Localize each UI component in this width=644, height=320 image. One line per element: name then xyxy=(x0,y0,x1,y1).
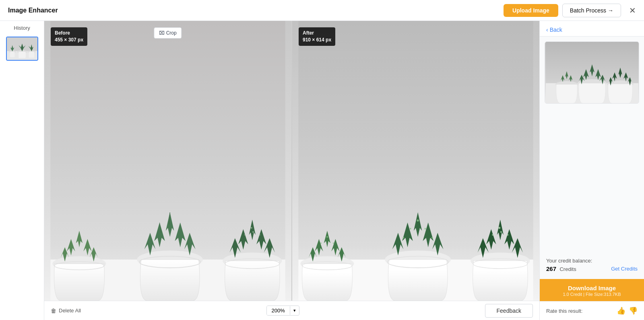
compare-area: Before 455 × 307 px ⌧ Crop xyxy=(44,21,539,301)
after-dimensions: 910 × 614 px xyxy=(303,37,331,43)
credit-number: 267 xyxy=(546,265,556,272)
before-label-badge: Before 455 × 307 px xyxy=(51,27,87,46)
credit-unit: Credits xyxy=(559,266,576,272)
feedback-button[interactable]: Feedback xyxy=(485,304,533,318)
credit-section: Your credit balance: 267 Credits Get Cre… xyxy=(540,253,644,279)
svg-point-78 xyxy=(512,242,513,244)
svg-point-75 xyxy=(492,234,493,236)
after-label-badge: After 910 × 614 px xyxy=(299,27,335,46)
svg-point-51 xyxy=(326,236,328,238)
download-sub-label: 1.0 Credit | File Size:313.7KB xyxy=(540,292,644,297)
close-button[interactable]: ✕ xyxy=(629,6,636,15)
rate-section: Rate this result: 👍 👎 xyxy=(540,301,644,320)
svg-rect-11 xyxy=(29,52,34,58)
svg-point-38 xyxy=(251,227,252,229)
right-image-inner xyxy=(545,42,639,103)
back-label: Back xyxy=(550,27,562,33)
history-thumbnail[interactable] xyxy=(6,37,38,61)
delete-all-button[interactable]: 🗑 Delete All xyxy=(51,308,81,314)
before-scene xyxy=(44,21,291,301)
back-chevron-icon: ‹ xyxy=(546,27,548,33)
svg-point-40 xyxy=(244,234,246,236)
zoom-value: 200% xyxy=(267,306,290,315)
upload-image-button[interactable]: Upload Image xyxy=(504,4,558,17)
right-panel-body: Your credit balance: 267 Credits Get Cre… xyxy=(540,109,644,320)
trash-icon: 🗑 xyxy=(51,308,56,314)
bottom-bar: 🗑 Delete All 200% ▾ Feedback xyxy=(44,301,539,320)
history-thumbnail-image xyxy=(7,37,37,60)
download-image-button[interactable]: Download Image 1.0 Credit | File Size:31… xyxy=(540,279,644,301)
svg-point-62 xyxy=(410,228,411,230)
svg-point-52 xyxy=(320,242,322,244)
rate-buttons: 👍 👎 xyxy=(617,306,638,315)
before-plant-svg xyxy=(44,21,291,301)
rate-label: Rate this result: xyxy=(546,308,582,314)
svg-point-77 xyxy=(487,242,489,244)
header-left: Image Enhancer xyxy=(8,7,58,14)
svg-point-63 xyxy=(424,228,426,230)
header: Image Enhancer Upload Image Batch Proces… xyxy=(0,0,644,21)
svg-rect-3 xyxy=(10,52,14,57)
svg-point-64 xyxy=(402,237,404,238)
svg-rect-6 xyxy=(19,52,26,58)
history-label: History xyxy=(14,25,30,31)
right-preview-svg xyxy=(546,41,638,103)
before-dimensions: 455 × 307 px xyxy=(55,37,83,43)
thumbs-down-button[interactable]: 👎 xyxy=(629,306,638,315)
credit-count-value: 267 Credits xyxy=(546,265,576,273)
svg-point-53 xyxy=(333,242,334,244)
crop-button[interactable]: ⌧ Crop xyxy=(154,27,182,39)
svg-point-65 xyxy=(431,237,433,238)
svg-point-61 xyxy=(417,219,419,222)
svg-point-74 xyxy=(500,231,502,233)
before-panel: Before 455 × 307 px ⌧ Crop xyxy=(44,21,292,301)
credit-row: 267 Credits Get Credits xyxy=(546,265,638,273)
back-button[interactable]: ‹ Back xyxy=(546,27,562,33)
app-title: Image Enhancer xyxy=(8,7,58,14)
get-credits-link[interactable]: Get Credits xyxy=(611,266,638,272)
svg-point-76 xyxy=(507,234,508,236)
after-plant-svg xyxy=(292,21,539,301)
thumbs-up-icon: 👍 xyxy=(617,307,625,315)
header-right: Upload Image Batch Process → ✕ xyxy=(504,4,636,17)
sidebar: History xyxy=(0,21,44,320)
svg-point-73 xyxy=(498,227,500,229)
after-panel: After 910 × 614 px xyxy=(292,21,539,301)
right-panel-header: ‹ Back xyxy=(540,21,644,37)
thumbs-down-icon: 👎 xyxy=(629,307,638,315)
svg-point-41 xyxy=(259,234,260,236)
right-image-preview xyxy=(545,41,639,104)
thumb-plant-svg xyxy=(7,37,37,60)
before-label-text: Before xyxy=(55,30,83,37)
right-panel: ‹ Back xyxy=(539,21,644,320)
svg-point-39 xyxy=(252,231,254,233)
content-area: Before 455 × 307 px ⌧ Crop xyxy=(44,21,539,320)
batch-process-button[interactable]: Batch Process → xyxy=(562,4,621,17)
delete-all-label: Delete All xyxy=(59,308,81,314)
thumbs-up-button[interactable]: 👍 xyxy=(617,306,625,315)
main-layout: History xyxy=(0,21,644,320)
zoom-control: 200% ▾ xyxy=(266,306,299,316)
after-label-text: After xyxy=(303,30,331,37)
credit-balance-label: Your credit balance: xyxy=(546,258,638,264)
zoom-dropdown-button[interactable]: ▾ xyxy=(290,306,299,315)
download-label: Download Image xyxy=(540,285,644,292)
after-scene xyxy=(292,21,539,301)
